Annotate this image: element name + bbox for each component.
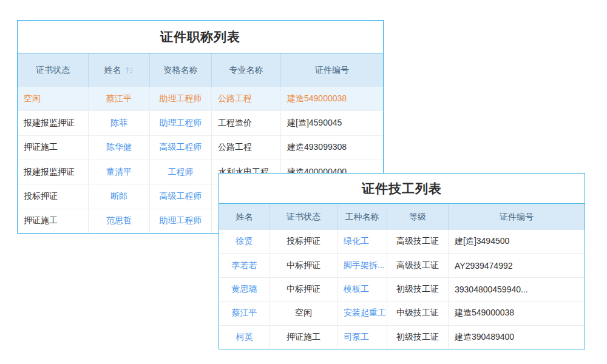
- table-row[interactable]: 报建报监押证 陈菲 助理工程师 工程造价 建[造]4590045: [18, 111, 383, 135]
- table-row[interactable]: 押证施工 陈华健 高级工程师 公路工程 建造493099308: [18, 136, 383, 160]
- header-cert-status: 证书状态: [18, 53, 89, 87]
- cell-major: 公路工程: [212, 136, 281, 160]
- cell-name-link[interactable]: 陈菲: [89, 111, 150, 135]
- table-row[interactable]: 黄思璐 中标押证 模板工 初级技工证 39304800459940...: [219, 278, 585, 302]
- cell-qualification-link[interactable]: 助理工程师: [150, 209, 212, 233]
- cert-worker-table-panel: 证件技工列表 姓名 证书状态 工种名称 等级 证件编号 徐贤 投标押证 绿化工 …: [219, 173, 585, 349]
- table-row[interactable]: 空闲 蔡江平 助理工程师 公路工程 建造549000038: [18, 87, 383, 111]
- cell-cert-status: 空闲: [270, 302, 337, 325]
- cell-name-link[interactable]: 董清平: [89, 160, 150, 184]
- cell-job-type-link[interactable]: 绿化工: [337, 230, 387, 253]
- cert-worker-table-body: 徐贤 投标押证 绿化工 高级技工证 建[造]3494500 李若若 中标押证 脚…: [219, 230, 585, 349]
- cell-name-link[interactable]: 黄思璐: [219, 278, 270, 301]
- cell-name-link[interactable]: 柯英: [219, 326, 270, 349]
- header-name-label: 姓名: [104, 65, 121, 76]
- cell-cert-no: 建造390489400: [449, 326, 585, 349]
- header-cert-no: 证件编号: [449, 204, 585, 230]
- cell-cert-status: 投标押证: [270, 230, 337, 253]
- cell-cert-status: 报建报监押证: [18, 160, 89, 184]
- cell-cert-status: 押证施工: [18, 136, 89, 160]
- cert-title-table-header-row: 证书状态 姓名 资格名称 专业名称 证件编号: [18, 53, 383, 87]
- cell-name-link[interactable]: 陈华健: [89, 136, 150, 160]
- cell-cert-status: 中标押证: [270, 278, 337, 301]
- cert-worker-table-heading: 证件技工列表: [219, 174, 585, 204]
- cell-job-type-link[interactable]: 模板工: [337, 278, 387, 301]
- cert-worker-table-header-row: 姓名 证书状态 工种名称 等级 证件编号: [219, 204, 585, 230]
- header-name-sortable[interactable]: 姓名: [89, 53, 150, 87]
- cell-cert-status: 投标押证: [18, 184, 89, 208]
- header-name: 姓名: [219, 204, 270, 230]
- header-job-type: 工种名称: [337, 204, 387, 230]
- table-row[interactable]: 徐贤 投标押证 绿化工 高级技工证 建[造]3494500: [219, 230, 585, 254]
- cell-cert-status: 报建报监押证: [18, 111, 89, 135]
- header-cert-no: 证件编号: [281, 53, 383, 87]
- cell-name-link[interactable]: 李若若: [219, 254, 270, 277]
- cell-qualification-link[interactable]: 助理工程师: [150, 87, 212, 110]
- cell-qualification-link[interactable]: 工程师: [150, 160, 212, 184]
- cell-qualification-link[interactable]: 高级工程师: [150, 136, 212, 160]
- cell-cert-status: 中标押证: [270, 254, 337, 277]
- header-cert-status: 证书状态: [270, 204, 337, 230]
- cell-cert-status: 押证施工: [18, 209, 89, 233]
- cell-level: 初级技工证: [387, 278, 449, 301]
- cell-name-link[interactable]: 蔡江平: [89, 87, 150, 110]
- cell-name-link[interactable]: 蔡江平: [219, 302, 270, 325]
- cell-qualification-link[interactable]: 高级工程师: [150, 184, 212, 208]
- sort-ascending-icon[interactable]: [125, 67, 134, 74]
- cell-cert-no: 建造493099308: [281, 136, 383, 160]
- cell-level: 初级技工证: [387, 326, 449, 349]
- cell-qualification-link[interactable]: 助理工程师: [150, 111, 212, 135]
- header-major: 专业名称: [212, 53, 281, 87]
- table-row[interactable]: 李若若 中标押证 脚手架拆... 高级技工证 AY2939474992: [219, 254, 585, 277]
- cell-level: 中级技工证: [387, 302, 449, 325]
- cell-cert-status: 押证施工: [270, 326, 337, 349]
- cell-level: 高级技工证: [387, 254, 449, 277]
- table-row[interactable]: 蔡江平 空闲 安装起重工 中级技工证 建造549000038: [219, 302, 585, 325]
- cell-job-type-link[interactable]: 脚手架拆...: [337, 254, 387, 277]
- cell-cert-no: 建[造]4590045: [281, 111, 383, 135]
- cell-cert-no: 建[造]3494500: [449, 230, 585, 253]
- cell-cert-no: AY2939474992: [449, 254, 585, 277]
- table-row[interactable]: 柯英 押证施工 司泵工 初级技工证 建造390489400: [219, 326, 585, 349]
- cell-name-link[interactable]: 徐贤: [219, 230, 270, 253]
- cell-level: 高级技工证: [387, 230, 449, 253]
- cell-cert-no: 建造549000038: [449, 302, 585, 325]
- cell-major: 工程造价: [212, 111, 281, 135]
- cell-major: 公路工程: [212, 87, 281, 110]
- cert-title-table-heading: 证件职称列表: [18, 21, 383, 53]
- cell-name-link[interactable]: 范思哲: [89, 209, 150, 233]
- cell-name-link[interactable]: 断郎: [89, 184, 150, 208]
- header-qualification: 资格名称: [150, 53, 212, 87]
- header-level: 等级: [387, 204, 449, 230]
- cell-cert-no: 建造549000038: [281, 87, 383, 110]
- cell-job-type-link[interactable]: 安装起重工: [337, 302, 387, 325]
- cell-cert-no: 39304800459940...: [449, 278, 585, 301]
- cell-cert-status: 空闲: [18, 87, 89, 110]
- cell-job-type-link[interactable]: 司泵工: [337, 326, 387, 349]
